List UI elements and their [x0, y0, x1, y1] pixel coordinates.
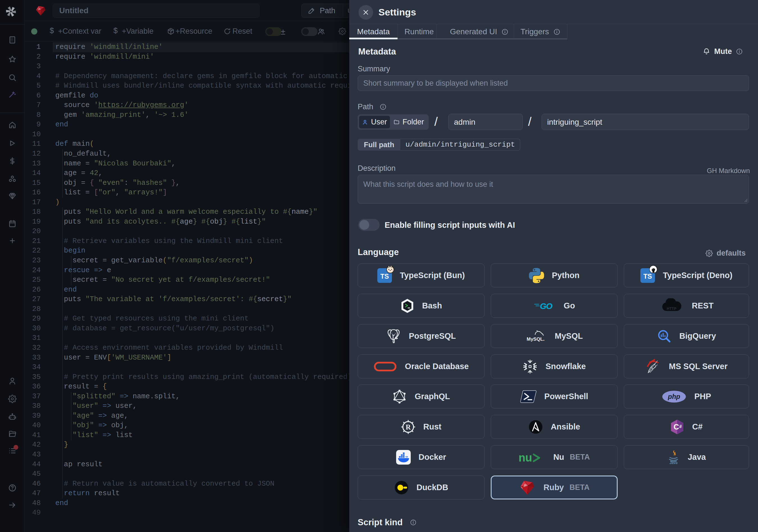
svg-text:MySQL.: MySQL. — [527, 336, 545, 342]
svg-text:php: php — [668, 393, 680, 400]
svg-text:Java: Java — [669, 461, 677, 465]
svg-text:C: C — [674, 423, 679, 431]
svg-text:GO: GO — [540, 301, 553, 311]
svg-text:#: # — [679, 424, 682, 429]
svg-text:n: n — [519, 451, 525, 464]
svg-text:u: u — [525, 451, 532, 464]
svg-text:HTTP: HTTP — [667, 306, 676, 311]
svg-text:R: R — [406, 423, 411, 431]
